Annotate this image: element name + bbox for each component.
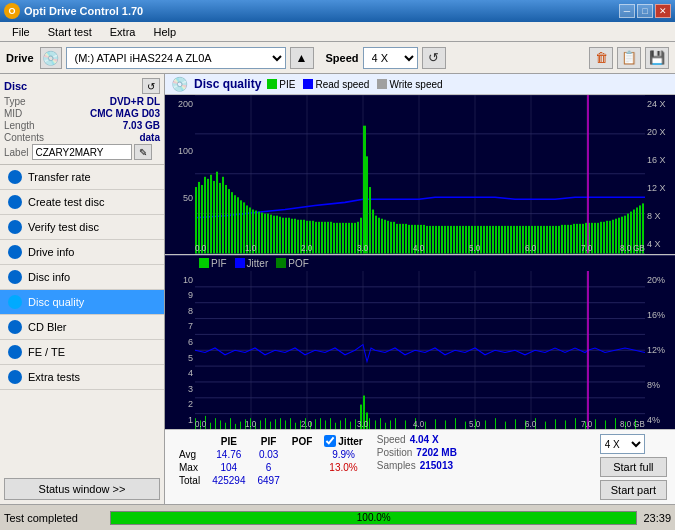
legend-write-speed-color [377, 79, 387, 89]
close-button[interactable]: ✕ [655, 4, 671, 18]
speed-value: 4.04 X [410, 434, 439, 445]
svg-rect-135 [564, 225, 566, 254]
svg-rect-217 [335, 422, 336, 429]
legend-jitter-color [235, 258, 245, 268]
disc-label-edit-button[interactable]: ✎ [134, 144, 152, 160]
nav-label: Extra tests [28, 371, 80, 383]
svg-rect-17 [210, 175, 212, 254]
drive-icon: 💿 [40, 47, 62, 69]
svg-rect-15 [204, 177, 206, 254]
sidebar-item-drive-info[interactable]: Drive info [0, 240, 164, 265]
eject-button[interactable]: ▲ [290, 47, 314, 69]
maximize-button[interactable]: □ [637, 4, 653, 18]
speed-dropdown[interactable]: 4 X [600, 434, 645, 454]
col-header-pof: POF [286, 434, 319, 448]
sidebar-item-cd-bler[interactable]: CD Bler [0, 315, 164, 340]
menu-file[interactable]: File [4, 24, 38, 40]
legend-pif: PIF [199, 258, 227, 269]
svg-rect-98 [453, 226, 455, 254]
disc-refresh-button[interactable]: ↺ [142, 78, 160, 94]
svg-rect-51 [312, 221, 314, 254]
svg-text:0.0: 0.0 [195, 418, 206, 429]
start-full-button[interactable]: Start full [600, 457, 667, 477]
row-avg-pie: 14.76 [206, 448, 251, 461]
svg-rect-132 [555, 226, 557, 254]
svg-rect-109 [486, 226, 488, 254]
legend-pie-color [267, 79, 277, 89]
svg-rect-34 [261, 213, 263, 254]
copy-button[interactable]: 📋 [617, 47, 641, 69]
svg-rect-206 [280, 418, 281, 429]
row-max-pie: 104 [206, 461, 251, 474]
svg-rect-197 [235, 423, 236, 429]
svg-rect-33 [258, 212, 260, 254]
menu-extra[interactable]: Extra [102, 24, 144, 40]
svg-rect-52 [315, 222, 317, 254]
svg-rect-61 [342, 223, 344, 254]
svg-rect-240 [495, 418, 496, 429]
svg-text:5.0: 5.0 [469, 418, 480, 429]
nav-dot-icon [8, 295, 22, 309]
sidebar-item-create-test-disc[interactable]: Create test disc [0, 190, 164, 215]
start-part-button[interactable]: Start part [600, 480, 667, 500]
nav-label: Create test disc [28, 196, 104, 208]
nav-menu: Transfer rate Create test disc Verify te… [0, 165, 164, 474]
minimize-button[interactable]: ─ [619, 4, 635, 18]
svg-rect-119 [516, 226, 518, 254]
svg-rect-203 [265, 418, 266, 429]
nav-label: Disc quality [28, 296, 84, 308]
legend-pof-label: POF [288, 258, 309, 269]
svg-rect-193 [215, 418, 216, 429]
svg-rect-91 [432, 226, 434, 254]
row-total-pof [286, 474, 319, 487]
legend-write-speed: Write speed [377, 79, 442, 90]
svg-text:3.0: 3.0 [357, 244, 369, 253]
speed-select[interactable]: 4 X [363, 47, 418, 69]
svg-rect-233 [425, 421, 426, 429]
drive-select[interactable]: (M:) ATAPI iHAS224 A ZL0A [66, 47, 286, 69]
sidebar-item-fe-te[interactable]: FE / TE [0, 340, 164, 365]
svg-rect-227 [380, 418, 381, 429]
menu-help[interactable]: Help [145, 24, 184, 40]
svg-rect-76 [387, 221, 389, 254]
sidebar-item-disc-quality[interactable]: Disc quality [0, 290, 164, 315]
svg-rect-194 [220, 420, 221, 429]
svg-rect-69 [366, 156, 368, 253]
refresh-button[interactable]: ↺ [422, 47, 446, 69]
svg-rect-113 [498, 226, 500, 254]
svg-rect-226 [375, 420, 376, 429]
nav-label: Transfer rate [28, 171, 91, 183]
svg-rect-102 [465, 226, 467, 254]
menu-start-test[interactable]: Start test [40, 24, 100, 40]
svg-rect-43 [288, 218, 290, 254]
progress-bar-container: 100.0% [110, 511, 637, 525]
save-button[interactable]: 💾 [645, 47, 669, 69]
svg-rect-90 [429, 226, 431, 254]
samples-label: Samples [377, 460, 416, 471]
svg-rect-151 [612, 220, 614, 254]
nav-label: Disc info [28, 271, 70, 283]
jitter-checkbox[interactable] [324, 435, 336, 447]
svg-text:4.0: 4.0 [413, 244, 425, 253]
disc-label-input[interactable] [32, 144, 132, 160]
right-y-label: 16 X [647, 155, 673, 165]
samples-row: Samples 215013 [377, 460, 457, 471]
erase-button[interactable]: 🗑 [589, 47, 613, 69]
sidebar-item-transfer-rate[interactable]: Transfer rate [0, 165, 164, 190]
svg-rect-16 [207, 179, 209, 254]
top-chart-svg: 0.0 1.0 2.0 3.0 4.0 5.0 6.0 7.0 8.0 GB [195, 95, 645, 254]
svg-rect-96 [447, 226, 449, 254]
svg-rect-44 [291, 219, 293, 254]
sidebar-item-verify-test-disc[interactable]: Verify test disc [0, 215, 164, 240]
status-window-button[interactable]: Status window >> [4, 478, 160, 500]
svg-rect-24 [231, 192, 233, 253]
legend-pie: PIE [267, 79, 295, 90]
svg-rect-39 [276, 216, 278, 254]
sidebar-item-disc-info[interactable]: Disc info [0, 265, 164, 290]
svg-rect-37 [270, 215, 272, 254]
svg-rect-118 [513, 226, 515, 254]
svg-rect-205 [275, 419, 276, 429]
sidebar-item-extra-tests[interactable]: Extra tests [0, 365, 164, 390]
svg-rect-234 [435, 419, 436, 429]
nav-label: Verify test disc [28, 221, 99, 233]
